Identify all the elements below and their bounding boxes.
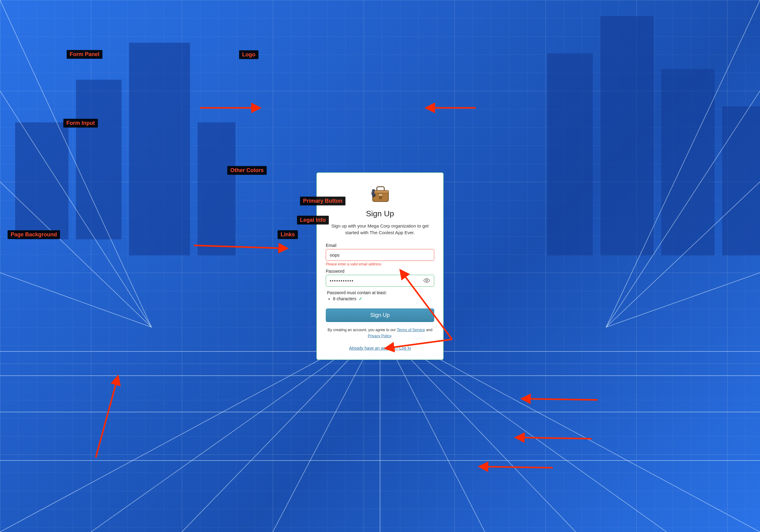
svg-rect-23: [378, 194, 383, 196]
login-link[interactable]: Already have an account? Log In: [349, 346, 411, 350]
annotation-primary-button: Primary Button: [300, 197, 346, 205]
legal-info: By creating an account, you agree to our…: [326, 327, 434, 339]
check-icon: ✓: [359, 296, 362, 301]
svg-line-30: [194, 245, 288, 248]
password-label: Password: [326, 269, 434, 274]
password-requirements: Password must contain at least: 8 charac…: [326, 290, 434, 301]
svg-line-35: [479, 466, 553, 468]
svg-line-33: [521, 399, 597, 400]
svg-line-36: [96, 376, 118, 458]
annotation-form-panel: Form Panel: [67, 50, 102, 59]
eye-icon: [423, 277, 430, 284]
annotation-form-input: Form Input: [63, 119, 98, 128]
annotation-page-background: Page Background: [8, 230, 60, 239]
annotation-other-colors: Other Colors: [227, 166, 267, 175]
svg-rect-24: [379, 196, 382, 199]
annotation-links: Links: [278, 230, 298, 239]
svg-point-27: [426, 280, 428, 282]
login-line: Already have an account? Log In: [326, 346, 434, 350]
privacy-policy-link[interactable]: Privacy Policy: [368, 334, 391, 338]
annotation-legal-info: Legal Info: [297, 216, 329, 225]
svg-line-34: [515, 437, 592, 439]
toggle-password-visibility-button[interactable]: [422, 276, 431, 285]
page-title: Sign Up: [326, 209, 434, 218]
page-subtitle: Sign up with your Mega Corp organization…: [326, 223, 434, 236]
email-error: Please enter a valid email address: [326, 262, 434, 266]
password-input[interactable]: [326, 275, 434, 287]
svg-rect-22: [373, 190, 389, 193]
password-requirements-title: Password must contain at least:: [327, 290, 434, 295]
email-input[interactable]: [326, 249, 434, 261]
password-requirement-item: 8 characters ✓: [333, 296, 434, 301]
annotation-logo: Logo: [239, 50, 259, 59]
submit-button[interactable]: Sign Up: [326, 308, 434, 322]
terms-of-service-link[interactable]: Terms of Service: [397, 328, 425, 332]
email-label: Email: [326, 243, 434, 248]
logo: [366, 183, 394, 204]
